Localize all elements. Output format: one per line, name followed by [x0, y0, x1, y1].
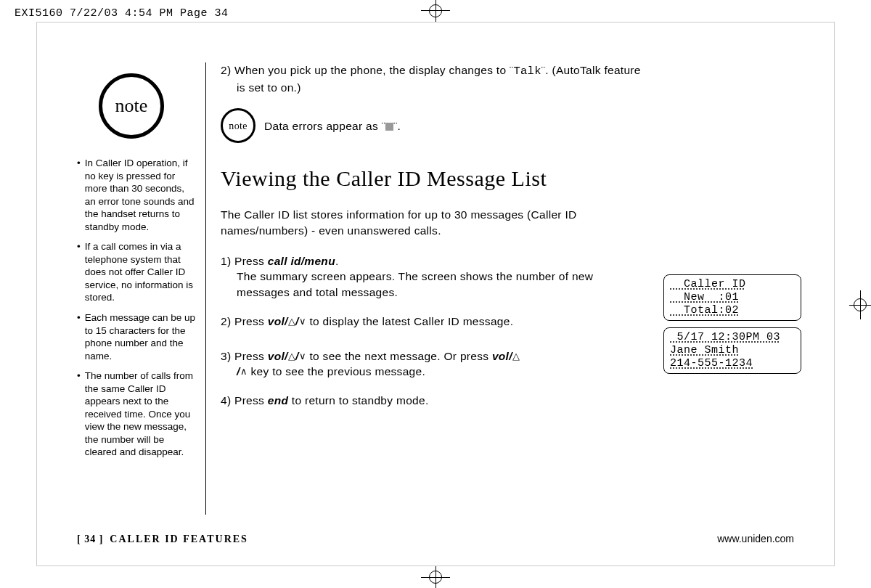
note-icon-small: note	[221, 108, 255, 143]
step-3: 3) Press vol/△/∨ to see the next message…	[221, 348, 627, 380]
intro-text: The Caller ID list stores information fo…	[221, 207, 663, 238]
bell-icon: △	[288, 317, 295, 326]
step-2: 2) Press vol/△/∨ to display the latest C…	[221, 314, 627, 330]
down-arrow-icon: ∨	[299, 351, 306, 361]
note-item: If a call comes in via a telephone syste…	[77, 240, 197, 304]
note-item: In Caller ID operation, if no key is pre…	[77, 157, 197, 233]
section-title: Viewing the Caller ID Message List	[221, 163, 794, 194]
up-arrow-icon: ∧	[240, 367, 248, 376]
page-frame: note In Caller ID operation, if no key i…	[36, 22, 835, 566]
main-content: 2) When you pick up the phone, the displ…	[206, 62, 794, 515]
down-arrow-icon: ∨	[299, 317, 306, 326]
inline-note: note Data errors appear as ¨¨.	[221, 108, 794, 143]
bell-icon: △	[512, 351, 520, 361]
lcd-screen-summary: Caller ID New :01 Total:02	[663, 274, 801, 321]
page-footer: [ 34 ] CALLER ID FEATURES www.uniden.com	[77, 533, 794, 545]
lcd-screen-detail: 5/17 12:30PM 03 Jane Smith 214-555-1234	[663, 327, 801, 374]
note-item: The number of calls from the same Caller…	[77, 369, 197, 459]
section-name: CALLER ID FEATURES	[110, 534, 248, 544]
crop-mark-right	[849, 290, 871, 319]
page-number: [ 34 ]	[77, 534, 103, 544]
note-icon: note	[99, 73, 164, 139]
bell-icon: △	[288, 351, 295, 361]
note-item: Each message can be up to 15 characters …	[77, 311, 197, 362]
sidebar-notes: note In Caller ID operation, if no key i…	[77, 62, 206, 515]
crop-mark-top	[421, 0, 450, 22]
step-1: 1) Press call id/menu. The summary scree…	[221, 253, 627, 301]
square-glyph-icon	[385, 123, 393, 131]
step-4: 4) Press end to return to standby mode.	[221, 393, 794, 409]
footer-url: www.uniden.com	[717, 533, 794, 544]
prior-step-2: 2) When you pick up the phone, the displ…	[221, 62, 794, 95]
crop-mark-bottom	[421, 566, 450, 588]
